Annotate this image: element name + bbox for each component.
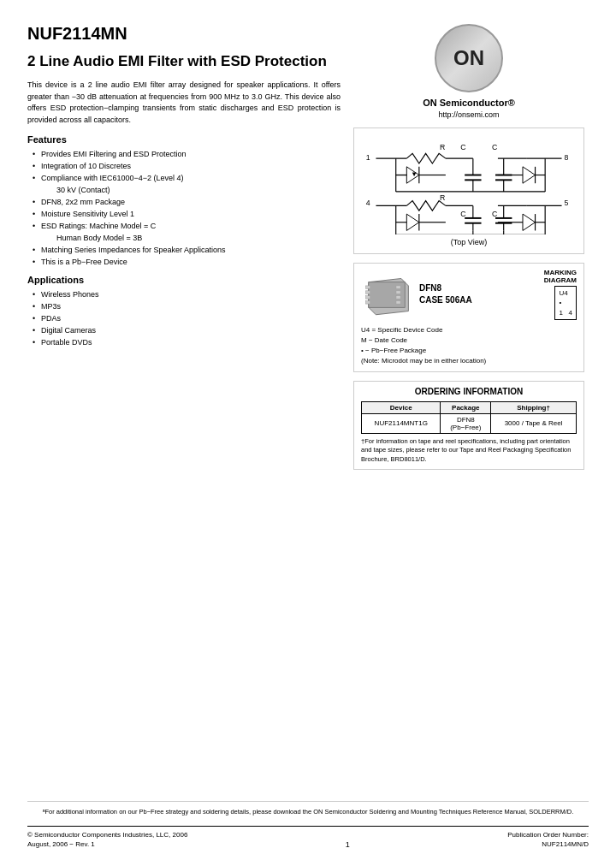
company-name: ON Semiconductor®: [423, 98, 515, 108]
svg-text:R: R: [440, 143, 445, 151]
footer-copyright: © Semiconductor Components Industries, L…: [27, 830, 187, 849]
list-item: Integration of 10 Discretes: [33, 161, 341, 173]
marking-box: U4 • 1 4: [554, 286, 577, 320]
list-item: Compliance with IEC61000−4−2 (Level 4): [33, 173, 341, 185]
svg-rect-70: [369, 282, 405, 307]
svg-text:C: C: [460, 143, 465, 151]
package-name: DFN8CASE 506AA: [419, 282, 537, 306]
page-title: 2 Line Audio EMI Filter with ESD Protect…: [27, 52, 341, 71]
col-package: Package: [441, 401, 491, 413]
features-list: Provides EMI Filtering and ESD Protectio…: [27, 149, 341, 268]
cell-device: NUF2114MNT1G: [362, 413, 441, 433]
package-chip-illustration: [361, 271, 412, 318]
svg-text:C: C: [492, 210, 497, 218]
publication-label: Publication Order Number:: [507, 830, 589, 839]
list-item: Wireless Phones: [33, 289, 341, 301]
legend-item: U4 = Specific Device Code: [361, 325, 577, 335]
footer-page: 1: [346, 840, 350, 849]
svg-text:C: C: [492, 143, 497, 151]
table-row: NUF2114MNT1G DFN8(Pb−Free) 3000 / Tape &…: [362, 413, 577, 433]
ordering-section: ORDERING INFORMATION Device Package Ship…: [353, 381, 584, 471]
ordering-title: ORDERING INFORMATION: [361, 387, 577, 396]
company-url: http://onsemi.com: [438, 110, 499, 119]
features-title: Features: [27, 134, 341, 145]
svg-text:8: 8: [564, 153, 568, 162]
list-item: Human Body Model = 3B: [33, 233, 341, 245]
list-item: PDAs: [33, 313, 341, 325]
list-item: Matching Series Impedances for Speaker A…: [33, 245, 341, 257]
col-shipping: Shipping†: [491, 401, 577, 413]
ordering-table: Device Package Shipping† NUF2114MNT1G DF…: [361, 401, 577, 434]
list-item: Moisture Sensitivity Level 1: [33, 209, 341, 221]
cell-package: DFN8(Pb−Free): [441, 413, 491, 433]
date-text: August, 2006 − Rev. 1: [27, 839, 187, 849]
svg-text:5: 5: [564, 199, 568, 207]
legend-item: M − Date Code: [361, 335, 577, 346]
footer-publication: Publication Order Number: NUF2114MN/D: [507, 830, 589, 849]
svg-text:1: 1: [366, 153, 370, 162]
marking-diagram-label: MARKINGDIAGRAM: [544, 269, 577, 284]
list-item: Portable DVDs: [33, 337, 341, 349]
applications-title: Applications: [27, 275, 341, 285]
list-item: MP3s: [33, 301, 341, 313]
footer-bottom: © Semiconductor Components Industries, L…: [27, 826, 589, 849]
col-device: Device: [362, 401, 441, 413]
part-number: NUF2114MN: [27, 24, 341, 44]
copyright-text: © Semiconductor Components Industries, L…: [27, 830, 187, 839]
svg-marker-26: [523, 167, 536, 183]
package-info: DFN8CASE 506AA: [419, 282, 537, 306]
svg-text:4: 4: [366, 199, 370, 207]
circuit-svg: 1 8 4 5 R: [361, 135, 577, 234]
svg-text:C: C: [460, 210, 465, 218]
applications-list: Wireless Phones MP3s PDAs Digital Camera…: [27, 289, 341, 349]
svg-marker-52: [523, 214, 536, 230]
marking-diagram-area: MARKINGDIAGRAM U4 • 1 4: [544, 269, 577, 320]
publication-number: NUF2114MN/D: [507, 839, 589, 849]
legend-item: • − Pb−Free Package: [361, 346, 577, 356]
list-item: Provides EMI Filtering and ESD Protectio…: [33, 149, 341, 161]
list-item: 30 kV (Contact): [33, 185, 341, 197]
ordering-footnote: †For information on tape and reel specif…: [361, 437, 577, 465]
logo-text: ON: [453, 46, 484, 70]
legend-item: (Note: Microdot may be in either locatio…: [361, 356, 577, 366]
svg-marker-47: [406, 214, 419, 230]
marking-legend: U4 = Specific Device Code M − Date Code …: [361, 325, 577, 366]
list-item: ESD Ratings: Machine Model = C: [33, 221, 341, 233]
list-item: Digital Cameras: [33, 325, 341, 337]
page: NUF2114MN 2 Line Audio EMI Filter with E…: [0, 0, 616, 866]
circuit-diagram: 1 8 4 5 R: [353, 128, 584, 254]
cell-shipping: 3000 / Tape & Reel: [491, 413, 577, 433]
list-item: DFN8, 2x2 mm Package: [33, 197, 341, 209]
on-logo: ON: [435, 24, 503, 92]
top-view-label: (Top View): [361, 238, 577, 246]
description-text: This device is a 2 line audio EMI filter…: [27, 80, 341, 126]
footer-note: ªFor additional information on our Pb−Fr…: [27, 801, 589, 816]
svg-text:R: R: [440, 193, 445, 202]
footer: ªFor additional information on our Pb−Fr…: [27, 801, 589, 849]
package-section: DFN8CASE 506AA MARKINGDIAGRAM U4 • 1 4 U…: [353, 263, 584, 372]
list-item: This is a Pb−Free Device: [33, 257, 341, 269]
